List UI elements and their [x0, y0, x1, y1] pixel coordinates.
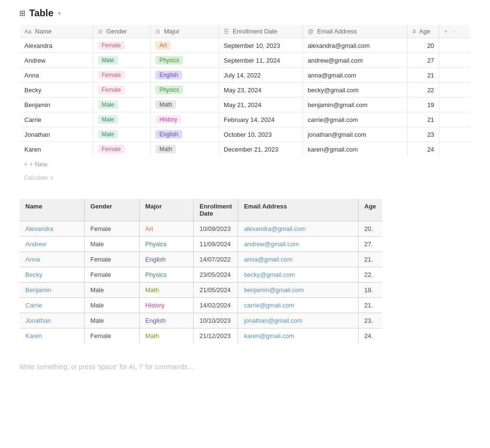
col-header-gender[interactable]: ⊙ Gender: [93, 25, 151, 38]
col-header-age[interactable]: # Age: [408, 25, 439, 38]
cell-email: benjamin@gmail.com: [303, 98, 408, 112]
cell-date: May 23, 2024: [219, 83, 303, 98]
cell-date: July 14, 2022: [219, 68, 303, 83]
cell-age: 22: [408, 83, 439, 98]
cell-age: 20: [408, 38, 439, 53]
plain-cell-name: Benjamin: [20, 283, 85, 298]
col-header-enrollment[interactable]: ☰ Enrollment Date: [219, 25, 303, 38]
plain-cell-age: 27.: [359, 237, 382, 252]
plain-cell-name: Alexandra: [20, 221, 85, 237]
cell-major: Art: [151, 38, 219, 53]
cell-gender: Female: [93, 83, 151, 98]
plain-cell-gender: Female: [85, 328, 140, 344]
bottom-section: Name Gender Major Enrollment Date Email …: [0, 184, 490, 353]
table-row: Carrie Male History February 14, 2024 ca…: [20, 112, 471, 127]
plain-cell-age: 22.: [359, 267, 382, 283]
cell-email: alexandra@gmail.com: [303, 38, 408, 53]
plain-cell-major: English: [139, 252, 194, 267]
plain-cell-name: Carrie: [20, 298, 85, 313]
cell-actions: [439, 53, 471, 68]
cell-name: Becky: [20, 83, 93, 98]
new-icon: +: [24, 161, 28, 168]
plain-cell-gender: Female: [85, 252, 140, 267]
plain-cell-email: carrie@gmail.com: [238, 298, 359, 313]
editor-area[interactable]: Write something, or press 'space' for AI…: [0, 353, 490, 380]
col-header-add[interactable]: + ···: [439, 25, 471, 38]
plain-cell-email: andrew@gmail.com: [238, 237, 359, 252]
plain-cell-date: 23/05/2024: [194, 267, 238, 283]
cell-gender: Male: [93, 112, 151, 127]
plain-cell-name: Becky: [20, 267, 85, 283]
plain-cell-major: English: [139, 313, 194, 328]
cell-actions: [439, 127, 471, 142]
table-row: Andrew Male Physics September 11, 2024 a…: [20, 53, 471, 68]
plain-cell-age: 21.: [359, 252, 382, 267]
notion-database-table: Aa Name ⊙ Gender ⊙ Major ☰ Enrollment Da…: [19, 24, 471, 157]
cell-email: karen@gmail.com: [303, 142, 408, 157]
add-table-button[interactable]: +: [57, 9, 62, 18]
cell-date: September 10, 2023: [219, 38, 303, 53]
cell-name: Carrie: [20, 112, 93, 127]
cell-age: 23: [408, 127, 439, 142]
plain-cell-email: jonathan@gmail.com: [238, 313, 359, 328]
cell-actions: [439, 112, 471, 127]
plain-col-enrollment: Enrollment Date: [194, 199, 238, 221]
cell-name: Karen: [20, 142, 93, 157]
cell-gender: Female: [93, 38, 151, 53]
cell-gender: Male: [93, 127, 151, 142]
cell-name: Andrew: [20, 53, 93, 68]
plain-cell-gender: Male: [85, 313, 140, 328]
plain-cell-date: 14/02/2024: [194, 298, 238, 313]
major-icon: ⊙: [155, 28, 160, 35]
cell-age: 21: [408, 112, 439, 127]
cell-major: English: [151, 127, 219, 142]
calculate-button[interactable]: Calculate ∨: [19, 172, 471, 184]
more-icon: ···: [451, 28, 457, 35]
cell-date: September 11, 2024: [219, 53, 303, 68]
plain-cell-email: karen@gmail.com: [238, 328, 359, 344]
plain-cell-date: 11/09/2024: [194, 237, 238, 252]
cell-date: February 14, 2024: [219, 112, 303, 127]
cell-actions: [439, 68, 471, 83]
plain-table-row: Benjamin Male Math 21/05/2024 benjamin@g…: [20, 283, 382, 298]
plain-cell-date: 21/12/2023: [194, 328, 238, 344]
col-header-email[interactable]: @ Email Address: [303, 25, 408, 38]
aa-icon: Aa: [24, 28, 32, 35]
plain-col-name: Name: [20, 199, 85, 221]
plain-col-major: Major: [139, 199, 194, 221]
plain-cell-email: anna@gmail.com: [238, 252, 359, 267]
gender-icon: ⊙: [98, 28, 103, 35]
plain-cell-major: Math: [139, 328, 194, 344]
table-row: Benjamin Male Math May 21, 2024 benjamin…: [20, 98, 471, 112]
plain-cell-major: History: [139, 298, 194, 313]
plain-cell-date: 10/10/2023: [194, 313, 238, 328]
cell-age: 19: [408, 98, 439, 112]
cell-date: December 21, 2023: [219, 142, 303, 157]
col-header-name[interactable]: Aa Name: [20, 25, 93, 38]
plain-cell-gender: Male: [85, 283, 140, 298]
cell-date: October 10, 2023: [219, 127, 303, 142]
plain-cell-email: alexandra@gmail.com: [238, 221, 359, 237]
top-section: ⊞ Table + Aa Name ⊙ Gender ⊙ Major ☰: [0, 0, 490, 184]
plain-table-row: Anna Female English 14/07/2022 anna@gmai…: [20, 252, 382, 267]
plain-table-header: Name Gender Major Enrollment Date Email …: [20, 199, 382, 221]
cell-age: 27: [408, 53, 439, 68]
plain-col-gender: Gender: [85, 199, 140, 221]
plain-cell-age: 20.: [359, 221, 382, 237]
cell-email: andrew@gmail.com: [303, 53, 408, 68]
col-header-major[interactable]: ⊙ Major: [151, 25, 219, 38]
table-title: Table: [29, 8, 54, 19]
plain-cell-date: 14/07/2022: [194, 252, 238, 267]
plain-col-age: Age: [359, 199, 382, 221]
new-row-button[interactable]: + + New: [19, 157, 471, 172]
plain-cell-age: 23.: [359, 313, 382, 328]
table-row: Becky Female Physics May 23, 2024 becky@…: [20, 83, 471, 98]
plain-cell-gender: Female: [85, 221, 140, 237]
plain-cell-date: 21/05/2024: [194, 283, 238, 298]
plain-cell-major: Art: [139, 221, 194, 237]
table-row: Karen Female Math December 21, 2023 kare…: [20, 142, 471, 157]
chevron-down-icon: ∨: [50, 175, 54, 181]
table-header-row: Aa Name ⊙ Gender ⊙ Major ☰ Enrollment Da…: [20, 25, 471, 38]
plain-cell-name: Jonathan: [20, 313, 85, 328]
plain-cell-name: Andrew: [20, 237, 85, 252]
